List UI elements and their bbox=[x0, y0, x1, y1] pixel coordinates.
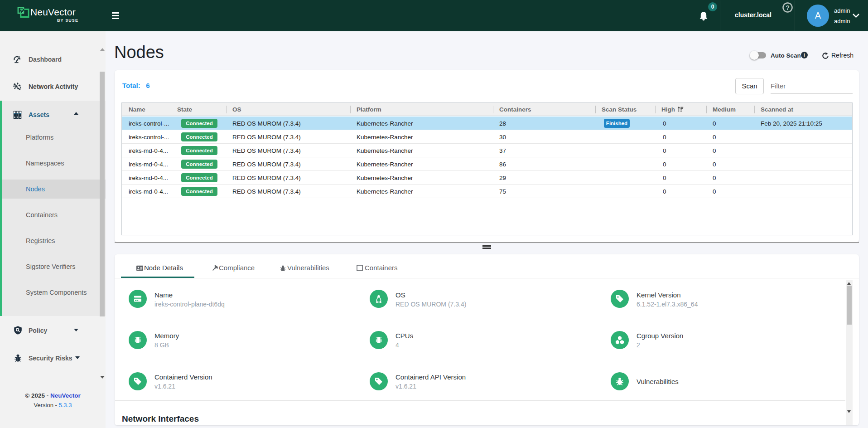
svg-text:?: ? bbox=[786, 4, 790, 11]
